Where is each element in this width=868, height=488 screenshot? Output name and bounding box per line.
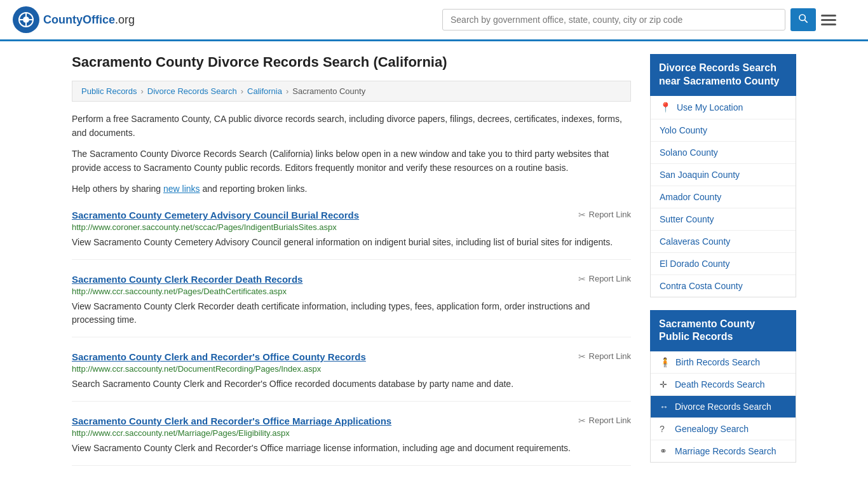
use-location[interactable]: 📍 Use My Location: [651, 96, 796, 119]
nearby-county-link-3[interactable]: Amador County: [660, 192, 721, 202]
public-records-item-3[interactable]: ? Genealogy Search: [651, 418, 796, 440]
header: CountyOffice.org: [0, 0, 868, 41]
nearby-county-link-4[interactable]: Sutter County: [660, 214, 714, 224]
nearby-county-link-7[interactable]: Contra Costa County: [660, 281, 743, 291]
breadcrumb: Public Records › Divorce Records Search …: [72, 81, 631, 102]
public-records-icon-1: ✛: [660, 379, 670, 390]
nearby-title: Divorce Records Search near Sacramento C…: [650, 54, 796, 96]
logo-icon: [13, 6, 39, 33]
public-records-icon-0: 🧍: [660, 357, 670, 367]
record-header: Sacramento County Clerk Recorder Death R…: [72, 274, 631, 285]
nearby-county-5[interactable]: Calaveras County: [651, 231, 796, 253]
record-item: Sacramento County Cemetery Advisory Coun…: [72, 210, 631, 260]
public-records-link-3[interactable]: Genealogy Search: [675, 424, 749, 434]
main-container: Sacramento County Divorce Records Search…: [53, 41, 815, 488]
nearby-county-3[interactable]: Amador County: [651, 186, 796, 208]
record-title-0[interactable]: Sacramento County Cemetery Advisory Coun…: [72, 210, 359, 220]
report-label: Report Link: [589, 416, 631, 425]
search-button[interactable]: [790, 8, 816, 31]
public-records-list: 🧍 Birth Records Search ✛ Death Records S…: [650, 351, 796, 463]
record-desc-0: View Sacramento County Cemetery Advisory…: [72, 236, 631, 249]
public-records-item-1[interactable]: ✛ Death Records Search: [651, 374, 796, 396]
nearby-county-link-0[interactable]: Yolo County: [660, 125, 707, 135]
nearby-county-link-6[interactable]: El Dorado County: [660, 259, 730, 269]
report-label: Report Link: [589, 274, 631, 283]
public-records-title: Sacramento County Public Records: [650, 310, 796, 352]
record-item: Sacramento County Clerk and Recorder's O…: [72, 416, 631, 466]
public-records-icon-2: ↔: [660, 402, 670, 412]
page-title: Sacramento County Divorce Records Search…: [72, 54, 631, 71]
report-link-3[interactable]: ✂ Report Link: [578, 416, 631, 426]
record-title-3[interactable]: Sacramento County Clerk and Recorder's O…: [72, 416, 391, 426]
public-records-icon-4: ⚭: [660, 446, 670, 456]
record-title-2[interactable]: Sacramento County Clerk and Recorder's O…: [72, 351, 366, 362]
logo-area: CountyOffice.org: [13, 6, 135, 33]
search-bar-area: [442, 8, 836, 31]
nearby-county-2[interactable]: San Joaquin County: [651, 164, 796, 186]
record-desc-3: View Sacramento County Clerk and Recorde…: [72, 442, 631, 455]
record-header: Sacramento County Cemetery Advisory Coun…: [72, 210, 631, 220]
public-records-item-2[interactable]: ↔ Divorce Records Search: [651, 396, 796, 418]
public-records-icon-3: ?: [660, 424, 670, 434]
menu-button[interactable]: [821, 15, 836, 25]
report-icon: ✂: [578, 416, 586, 426]
svg-point-6: [799, 15, 805, 20]
description-3: Help others by sharing new links and rep…: [72, 182, 631, 196]
search-input[interactable]: [442, 9, 785, 30]
record-header: Sacramento County Clerk and Recorder's O…: [72, 416, 631, 426]
record-desc-2: Search Sacramento County Clerk and Recor…: [72, 377, 631, 391]
nearby-county-link-2[interactable]: San Joaquin County: [660, 170, 740, 180]
nearby-county-7[interactable]: Contra Costa County: [651, 275, 796, 297]
nearby-list: 📍 Use My Location Yolo CountySolano Coun…: [650, 96, 796, 297]
report-link-1[interactable]: ✂ Report Link: [578, 274, 631, 284]
nearby-county-0[interactable]: Yolo County: [651, 119, 796, 142]
svg-line-7: [804, 20, 807, 22]
public-records-link-4[interactable]: Marriage Records Search: [675, 446, 776, 456]
nearby-county-6[interactable]: El Dorado County: [651, 253, 796, 275]
record-url-3: http://www.ccr.saccounty.net/Marriage/Pa…: [72, 428, 631, 438]
record-desc-1: View Sacramento County Clerk Recorder de…: [72, 300, 631, 327]
logo-text: CountyOffice.org: [43, 13, 135, 27]
sidebar: Divorce Records Search near Sacramento C…: [650, 54, 796, 475]
public-records-items: 🧍 Birth Records Search ✛ Death Records S…: [651, 351, 796, 462]
content-area: Sacramento County Divorce Records Search…: [72, 54, 631, 475]
description-2: The Sacramento County Divorce Records Se…: [72, 147, 631, 175]
description-1: Perform a free Sacramento County, CA pub…: [72, 112, 631, 140]
nearby-county-link-1[interactable]: Solano County: [660, 147, 718, 158]
record-title-1[interactable]: Sacramento County Clerk Recorder Death R…: [72, 274, 302, 285]
nearby-county-4[interactable]: Sutter County: [651, 208, 796, 231]
record-header: Sacramento County Clerk and Recorder's O…: [72, 351, 631, 362]
record-url-0: http://www.coroner.saccounty.net/sccac/P…: [72, 222, 631, 232]
records-container: Sacramento County Cemetery Advisory Coun…: [72, 210, 631, 466]
nearby-county-1[interactable]: Solano County: [651, 142, 796, 164]
nearby-counties: Yolo CountySolano CountySan Joaquin Coun…: [651, 119, 796, 297]
new-links-link[interactable]: new links: [163, 184, 200, 194]
report-label: Report Link: [589, 351, 631, 361]
breadcrumb-california[interactable]: California: [247, 86, 282, 96]
pin-icon: 📍: [660, 102, 672, 113]
public-records-link-1[interactable]: Death Records Search: [675, 379, 765, 390]
nearby-county-link-5[interactable]: Calaveras County: [660, 236, 730, 247]
breadcrumb-divorce-records[interactable]: Divorce Records Search: [147, 86, 237, 96]
report-link-2[interactable]: ✂ Report Link: [578, 351, 631, 362]
report-icon: ✂: [578, 351, 586, 362]
report-link-0[interactable]: ✂ Report Link: [578, 210, 631, 220]
svg-point-1: [23, 17, 29, 23]
breadcrumb-current: Sacramento County: [292, 86, 365, 96]
public-records-item-0[interactable]: 🧍 Birth Records Search: [651, 351, 796, 374]
breadcrumb-public-records[interactable]: Public Records: [81, 86, 137, 96]
public-records-link-2[interactable]: Divorce Records Search: [675, 402, 771, 412]
public-records-link-0[interactable]: Birth Records Search: [675, 357, 760, 367]
record-url-1: http://www.ccr.saccounty.net/Pages/Death…: [72, 287, 631, 296]
report-icon: ✂: [578, 210, 586, 220]
record-url-2: http://www.ccr.saccounty.net/DocumentRec…: [72, 364, 631, 374]
public-records-item-4[interactable]: ⚭ Marriage Records Search: [651, 440, 796, 462]
report-label: Report Link: [589, 210, 631, 219]
use-location-link[interactable]: Use My Location: [677, 102, 743, 112]
report-icon: ✂: [578, 274, 586, 284]
record-item: Sacramento County Clerk and Recorder's O…: [72, 351, 631, 402]
record-item: Sacramento County Clerk Recorder Death R…: [72, 274, 631, 337]
